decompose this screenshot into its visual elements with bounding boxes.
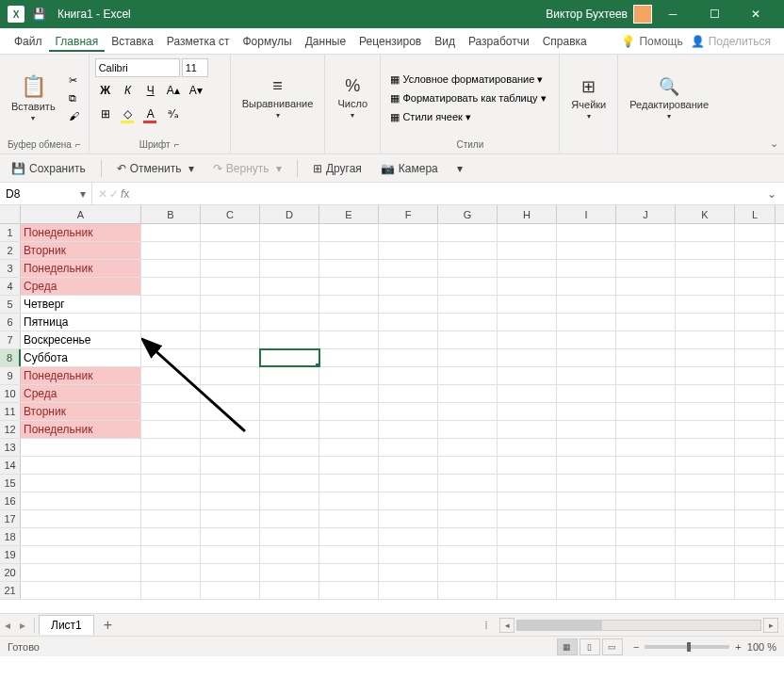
cell-E6[interactable]: [319, 314, 379, 331]
column-header-A[interactable]: A: [21, 205, 141, 223]
row-header-6[interactable]: 6: [0, 314, 21, 331]
maximize-button[interactable]: ☐: [694, 0, 735, 28]
zoom-out-button[interactable]: −: [633, 641, 639, 653]
cell-E11[interactable]: [319, 403, 379, 420]
cell-C13[interactable]: [201, 439, 260, 456]
column-header-C[interactable]: C: [201, 205, 260, 223]
cell-E5[interactable]: [319, 296, 379, 313]
fx-button[interactable]: fx: [121, 187, 129, 201]
cell-K9[interactable]: [676, 367, 735, 384]
cell-K3[interactable]: [676, 260, 735, 277]
cell-G15[interactable]: [438, 475, 498, 492]
cell-J20[interactable]: [616, 564, 676, 581]
cell-D12[interactable]: [260, 421, 319, 438]
row-header-19[interactable]: 19: [0, 546, 21, 563]
cell-G20[interactable]: [438, 564, 498, 581]
cell-K14[interactable]: [676, 457, 735, 474]
cell-F11[interactable]: [379, 403, 438, 420]
cell-I1[interactable]: [557, 224, 616, 241]
cell-J16[interactable]: [616, 492, 676, 509]
cell-C11[interactable]: [201, 403, 260, 420]
row-header-21[interactable]: 21: [0, 582, 21, 599]
cell-H20[interactable]: [498, 564, 557, 581]
cell-I13[interactable]: [557, 439, 616, 456]
cell-A10[interactable]: Среда: [21, 385, 141, 402]
cell-E4[interactable]: [319, 278, 379, 295]
cell-L3[interactable]: [735, 260, 776, 277]
cell-K21[interactable]: [676, 582, 735, 599]
minimize-button[interactable]: ─: [652, 0, 694, 28]
cell-K16[interactable]: [676, 492, 735, 509]
cell-L13[interactable]: [735, 439, 776, 456]
cell-H4[interactable]: [498, 278, 557, 295]
cell-J15[interactable]: [616, 475, 676, 492]
cell-C20[interactable]: [201, 564, 260, 581]
row-header-10[interactable]: 10: [0, 385, 21, 402]
cell-E19[interactable]: [319, 546, 379, 563]
cell-H15[interactable]: [498, 475, 557, 492]
alignment-button[interactable]: ≡ Выравнивание ▾: [237, 73, 319, 123]
cell-J9[interactable]: [616, 367, 676, 384]
copy-button[interactable]: ⧉: [65, 90, 83, 106]
row-header-17[interactable]: 17: [0, 510, 21, 527]
cell-F9[interactable]: [379, 367, 438, 384]
close-button[interactable]: ✕: [735, 0, 776, 28]
cell-H12[interactable]: [498, 421, 557, 438]
cell-F16[interactable]: [379, 492, 438, 509]
cell-K6[interactable]: [676, 314, 735, 331]
cell-E12[interactable]: [319, 421, 379, 438]
underline-button[interactable]: Ч: [140, 80, 161, 101]
cell-J11[interactable]: [616, 403, 676, 420]
cell-I3[interactable]: [557, 260, 616, 277]
ribbon-tab-7[interactable]: Вид: [428, 31, 462, 52]
row-header-2[interactable]: 2: [0, 242, 21, 259]
cell-K19[interactable]: [676, 546, 735, 563]
cell-B19[interactable]: [141, 546, 201, 563]
cell-G12[interactable]: [438, 421, 498, 438]
zoom-in-button[interactable]: +: [735, 641, 741, 653]
cell-B20[interactable]: [141, 564, 201, 581]
cell-K15[interactable]: [676, 475, 735, 492]
ribbon-tab-4[interactable]: Формулы: [237, 31, 299, 52]
cell-H18[interactable]: [498, 528, 557, 545]
cell-I6[interactable]: [557, 314, 616, 331]
row-header-3[interactable]: 3: [0, 260, 21, 277]
cell-G1[interactable]: [438, 224, 498, 241]
cell-I16[interactable]: [557, 492, 616, 509]
cell-H10[interactable]: [498, 385, 557, 402]
cell-L4[interactable]: [735, 278, 776, 295]
cell-F4[interactable]: [379, 278, 438, 295]
cell-G18[interactable]: [438, 528, 498, 545]
expand-formula-bar-button[interactable]: ⌄: [760, 187, 784, 201]
qat-save-button[interactable]: 💾Сохранить: [8, 160, 90, 177]
cell-G19[interactable]: [438, 546, 498, 563]
column-header-B[interactable]: B: [141, 205, 201, 223]
cell-D3[interactable]: [260, 260, 319, 277]
cell-G11[interactable]: [438, 403, 498, 420]
cell-G14[interactable]: [438, 457, 498, 474]
row-header-1[interactable]: 1: [0, 224, 21, 241]
cell-F13[interactable]: [379, 439, 438, 456]
select-all-corner[interactable]: [0, 205, 21, 223]
cell-K5[interactable]: [676, 296, 735, 313]
cell-J10[interactable]: [616, 385, 676, 402]
cell-C17[interactable]: [201, 510, 260, 527]
cell-C4[interactable]: [201, 278, 260, 295]
normal-view-button[interactable]: ▦: [557, 638, 578, 655]
cell-B21[interactable]: [141, 582, 201, 599]
cell-I12[interactable]: [557, 421, 616, 438]
cell-A16[interactable]: [21, 492, 141, 509]
cell-F8[interactable]: [379, 349, 438, 366]
cell-C9[interactable]: [201, 367, 260, 384]
cell-L6[interactable]: [735, 314, 776, 331]
cell-styles-button[interactable]: ▦ Стили ячеек ▾: [386, 109, 553, 125]
cell-A6[interactable]: Пятница: [21, 314, 141, 331]
cell-H9[interactable]: [498, 367, 557, 384]
cell-D9[interactable]: [260, 367, 319, 384]
cell-H19[interactable]: [498, 546, 557, 563]
cell-B2[interactable]: [141, 242, 201, 259]
cell-C7[interactable]: [201, 331, 260, 348]
row-header-14[interactable]: 14: [0, 457, 21, 474]
sheet-nav-prev[interactable]: ◂: [0, 619, 15, 632]
cell-D7[interactable]: [260, 331, 319, 348]
